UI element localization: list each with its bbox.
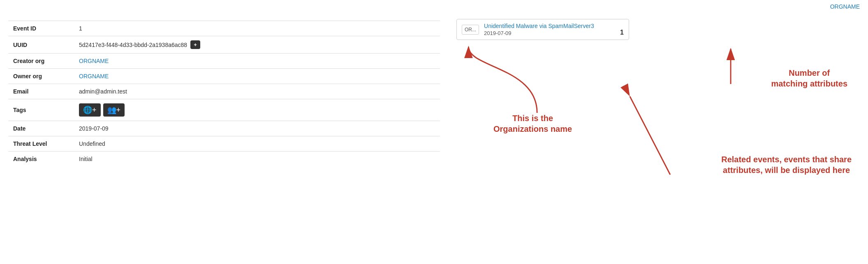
field-label: Tags <box>8 99 74 121</box>
field-value: ORGNAME <box>74 69 440 84</box>
add-global-tag-button[interactable]: 🌐+ <box>79 103 101 117</box>
event-match-count: 1 <box>620 29 624 36</box>
info-table: Event ID1UUID5d2417e3-f448-4d33-bbdd-2a1… <box>8 21 440 166</box>
related-events-list: OR...Unidentified Malware via SpamMailSe… <box>456 19 860 40</box>
field-label: Threat Level <box>8 136 74 152</box>
field-value: Initial <box>74 152 440 167</box>
org-link-value[interactable]: ORGNAME <box>79 58 109 64</box>
field-label: Email <box>8 84 74 99</box>
field-value: admin@admin.test <box>74 84 440 99</box>
field-value: 2019-07-09 <box>74 121 440 136</box>
org-link-value[interactable]: ORGNAME <box>79 73 109 79</box>
field-label: Date <box>8 121 74 136</box>
add-org-tag-button[interactable]: 👥+ <box>103 103 125 117</box>
field-label: Owner org <box>8 69 74 84</box>
related-event-card[interactable]: OR...Unidentified Malware via SpamMailSe… <box>456 19 629 40</box>
left-panel: Event ID1UUID5d2417e3-f448-4d33-bbdd-2a1… <box>8 14 440 166</box>
field-value: 1 <box>74 21 440 36</box>
right-panel: OR...Unidentified Malware via SpamMailSe… <box>456 14 860 166</box>
field-value: 5d2417e3-f448-4d33-bbdd-2a1938a6ac88+ <box>74 36 440 54</box>
event-org-badge: OR... <box>462 25 479 35</box>
event-date: 2019-07-09 <box>484 30 615 36</box>
org-name-link[interactable]: ORGNAME <box>830 3 860 10</box>
event-info: Unidentified Malware via SpamMailServer3… <box>484 23 615 36</box>
event-title[interactable]: Unidentified Malware via SpamMailServer3 <box>484 23 615 29</box>
field-value: ORGNAME <box>74 54 440 69</box>
related-events-annotation: Related events, events that shareattribu… <box>721 154 852 175</box>
field-label: Creator org <box>8 54 74 69</box>
field-value: Undefined <box>74 136 440 152</box>
field-label: Analysis <box>8 152 74 167</box>
field-label: UUID <box>8 36 74 54</box>
field-value: 🌐+👥+ <box>74 99 440 121</box>
org-name-annotation: This is theOrganizations name <box>493 113 572 134</box>
uuid-text: 5d2417e3-f448-4d33-bbdd-2a1938a6ac88 <box>79 42 187 48</box>
copy-uuid-button[interactable]: + <box>190 40 200 49</box>
field-label: Event ID <box>8 21 74 36</box>
svg-line-4 <box>630 96 670 175</box>
matching-attrs-annotation: Number ofmatching attributes <box>771 68 847 89</box>
